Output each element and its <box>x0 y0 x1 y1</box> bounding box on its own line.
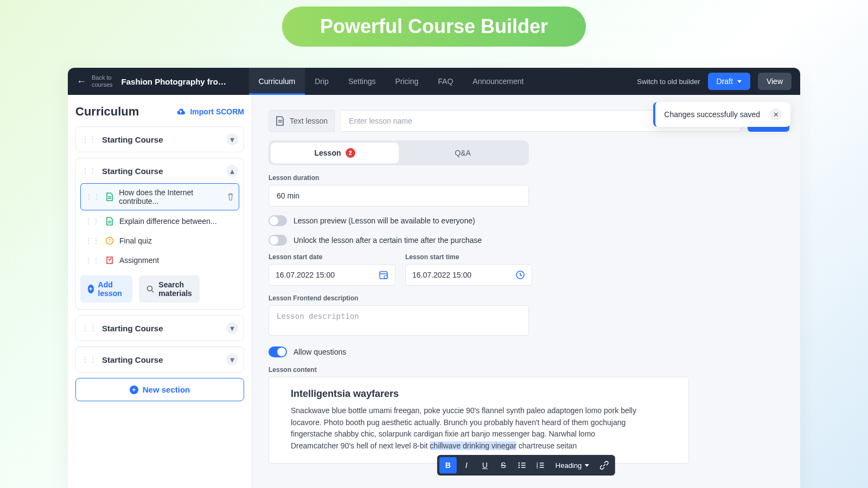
add-lesson-label: Add lesson <box>98 280 125 298</box>
front-desc-label: Lesson Frontend description <box>269 294 529 302</box>
section-header[interactable]: ⋮⋮ Starting Course ▴ <box>76 158 244 183</box>
close-icon[interactable]: ✕ <box>770 108 782 120</box>
section-card: ⋮⋮ Starting Course ▾ <box>75 126 244 152</box>
drag-handle-icon[interactable]: ⋮⋮ <box>81 135 97 144</box>
start-time-input[interactable]: 16.07.2022 15:00 <box>405 264 532 286</box>
section-header[interactable]: ⋮⋮ Starting Course ▾ <box>76 347 244 372</box>
lesson-name: Explain difference between... <box>119 217 217 226</box>
subtab-lesson[interactable]: Lesson2 <box>271 143 399 163</box>
lesson-name: Final quiz <box>119 236 152 245</box>
import-scorm-label: Import SCORM <box>190 107 244 116</box>
duration-input[interactable] <box>269 185 529 207</box>
assignment-icon <box>105 256 114 265</box>
unlock-toggle[interactable] <box>269 235 287 246</box>
duration-label: Lesson duration <box>269 174 529 182</box>
editor-toolbar: B I U S 123 Heading <box>437 455 615 476</box>
svg-line-3 <box>152 291 154 292</box>
search-icon <box>146 285 154 293</box>
section-header[interactable]: ⋮⋮ Starting Course ▾ <box>76 316 244 341</box>
italic-button[interactable]: I <box>458 457 475 473</box>
start-time-value: 16.07.2022 15:00 <box>412 271 471 279</box>
heading-dropdown[interactable]: Heading <box>550 461 595 470</box>
lesson-subtabs: Lesson2 Q&A <box>269 140 529 165</box>
plus-circle-icon: + <box>130 386 138 394</box>
underline-button[interactable]: U <box>476 457 494 473</box>
section-card: ⋮⋮ Starting Course ▾ <box>75 346 244 373</box>
tab-announcement[interactable]: Announcement <box>463 68 533 95</box>
tab-pricing[interactable]: Pricing <box>385 68 428 95</box>
link-button[interactable] <box>596 457 613 473</box>
chevron-down-icon <box>737 80 742 83</box>
lesson-item[interactable]: ⋮⋮ How does the Internet contribute... <box>80 183 239 210</box>
drag-handle-icon[interactable]: ⋮⋮ <box>81 166 97 175</box>
draft-status-button[interactable]: Draft <box>708 73 750 90</box>
topbar: ← Back to courses Fashion Photography fr… <box>68 68 800 95</box>
editor-heading: Intelligentsia wayfarers <box>291 388 667 400</box>
chevron-down-icon[interactable]: ▾ <box>226 322 238 334</box>
switch-builder-link[interactable]: Switch to old builder <box>637 78 700 86</box>
drag-handle-icon[interactable]: ⋮⋮ <box>81 324 97 332</box>
chevron-up-icon[interactable]: ▴ <box>226 165 238 177</box>
section-card: ⋮⋮ Starting Course ▾ <box>75 315 244 341</box>
drag-handle-icon[interactable]: ⋮⋮ <box>85 236 100 245</box>
number-list-button[interactable]: 123 <box>532 457 549 473</box>
quiz-icon: ? <box>105 236 114 245</box>
allow-questions-label: Allow questions <box>293 348 346 356</box>
editor-paragraph: Snackwave blue bottle umami freegan, pok… <box>291 405 667 440</box>
tab-faq[interactable]: FAQ <box>428 68 463 95</box>
chevron-down-icon[interactable]: ▾ <box>226 354 238 365</box>
tab-drip[interactable]: Drip <box>305 68 339 95</box>
unlock-label: Unlock the lesson after a certain time a… <box>293 236 482 245</box>
app-shell: ← Back to courses Fashion Photography fr… <box>68 68 800 488</box>
cloud-upload-icon <box>176 108 186 115</box>
start-date-input[interactable]: 16.07.2022 15:00 <box>269 264 395 286</box>
search-materials-button[interactable]: Search materials <box>139 275 199 303</box>
drag-handle-icon[interactable]: ⋮⋮ <box>85 256 100 265</box>
section-card: ⋮⋮ Starting Course ▴ ⋮⋮ How does the Int… <box>75 158 244 310</box>
lesson-item[interactable]: ⋮⋮ ? Final quiz <box>80 232 239 249</box>
strikethrough-button[interactable]: S <box>495 457 512 473</box>
lesson-item[interactable]: ⋮⋮ Assignment <box>80 252 239 269</box>
section-header[interactable]: ⋮⋮ Starting Course ▾ <box>76 127 244 152</box>
bullet-list-button[interactable] <box>513 457 531 473</box>
topbar-tabs: Curriculum Drip Settings Pricing FAQ Ann… <box>249 68 534 95</box>
allow-questions-toggle[interactable] <box>269 346 287 357</box>
tab-curriculum[interactable]: Curriculum <box>249 68 305 95</box>
main-panel: Changes successfully saved ✕ Text lesson… <box>252 95 800 488</box>
course-title: Fashion Photography from… <box>122 77 233 86</box>
draft-label: Draft <box>717 77 733 86</box>
preview-toggle[interactable] <box>269 215 287 226</box>
section-name: Starting Course <box>102 166 221 176</box>
back-to-courses-button[interactable]: ← Back to courses <box>76 74 113 88</box>
section-name: Starting Course <box>102 355 221 364</box>
svg-text:3: 3 <box>537 466 538 468</box>
lesson-item[interactable]: ⋮⋮ Explain difference between... <box>80 213 239 230</box>
trash-icon[interactable] <box>227 192 234 201</box>
import-scorm-button[interactable]: Import SCORM <box>176 107 244 116</box>
search-materials-label: Search materials <box>158 280 192 298</box>
sidebar-title: Curriculum <box>75 105 139 119</box>
new-section-button[interactable]: +New section <box>75 378 244 401</box>
chevron-down-icon[interactable]: ▾ <box>226 133 238 145</box>
drag-handle-icon[interactable]: ⋮⋮ <box>85 192 100 201</box>
new-section-label: New section <box>143 385 190 394</box>
lesson-name: How does the Internet contribute... <box>119 188 221 206</box>
document-icon <box>276 116 284 126</box>
svg-point-8 <box>518 463 520 464</box>
tab-settings[interactable]: Settings <box>339 68 386 95</box>
section-name: Starting Course <box>102 324 221 333</box>
subtab-qa[interactable]: Q&A <box>399 143 527 163</box>
heading-label: Heading <box>556 461 582 470</box>
rich-text-editor[interactable]: Intelligentsia wayfarers Snackwave blue … <box>269 377 689 464</box>
front-desc-textarea[interactable] <box>269 305 529 336</box>
view-button[interactable]: View <box>758 73 792 90</box>
document-icon <box>106 192 113 201</box>
lesson-type-label: Text lesson <box>290 117 328 125</box>
preview-label: Lesson preview (Lesson will be available… <box>293 216 475 225</box>
drag-handle-icon[interactable]: ⋮⋮ <box>85 217 100 226</box>
bold-button[interactable]: B <box>439 457 457 473</box>
arrow-left-icon: ← <box>76 76 86 87</box>
drag-handle-icon[interactable]: ⋮⋮ <box>81 355 97 364</box>
add-lesson-button[interactable]: +Add lesson <box>80 275 132 303</box>
selected-text: chillwave drinking vinegar <box>430 441 516 450</box>
